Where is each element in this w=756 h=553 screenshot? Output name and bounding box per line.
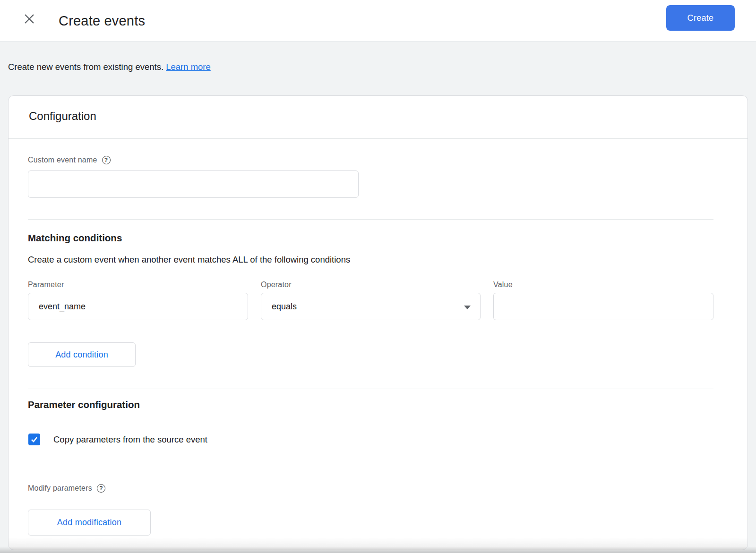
operator-select[interactable]: equals bbox=[261, 293, 481, 320]
divider bbox=[28, 389, 713, 389]
parameter-input[interactable] bbox=[28, 293, 248, 320]
add-condition-button[interactable]: Add condition bbox=[28, 342, 136, 367]
create-button[interactable]: Create bbox=[666, 5, 735, 31]
parameter-configuration-title: Parameter configuration bbox=[28, 399, 140, 410]
value-label: Value bbox=[493, 281, 513, 289]
copy-parameters-row: Copy parameters from the source event bbox=[28, 434, 207, 445]
intro-text: Create new events from existing events. … bbox=[8, 62, 211, 72]
dialog-header: Create events Create bbox=[0, 0, 756, 42]
value-input[interactable] bbox=[493, 293, 713, 320]
page-title: Create events bbox=[59, 0, 145, 42]
add-modification-button[interactable]: Add modification bbox=[28, 510, 151, 536]
help-icon[interactable]: ? bbox=[102, 156, 111, 164]
operator-selected-value: equals bbox=[272, 302, 297, 312]
custom-event-name-input[interactable] bbox=[28, 170, 359, 198]
matching-conditions-title: Matching conditions bbox=[28, 232, 122, 244]
intro-sentence: Create new events from existing events. bbox=[8, 62, 163, 72]
configuration-title: Configuration bbox=[29, 110, 96, 123]
operator-label: Operator bbox=[261, 281, 292, 289]
modify-parameters-label: Modify parameters ? bbox=[28, 484, 105, 493]
copy-parameters-label: Copy parameters from the source event bbox=[53, 434, 207, 445]
caret-down-icon bbox=[464, 306, 471, 309]
divider bbox=[9, 138, 747, 139]
custom-event-name-label: Custom event name ? bbox=[28, 156, 111, 164]
learn-more-link[interactable]: Learn more bbox=[166, 62, 211, 72]
matching-conditions-description: Create a custom event when another event… bbox=[28, 255, 350, 265]
parameter-label: Parameter bbox=[28, 281, 64, 289]
configuration-card: Configuration Custom event name ? Matchi… bbox=[8, 95, 748, 550]
copy-parameters-checkbox[interactable] bbox=[28, 434, 40, 445]
help-icon[interactable]: ? bbox=[97, 484, 105, 493]
close-icon[interactable] bbox=[21, 11, 37, 27]
card-bottom-shadow bbox=[9, 537, 747, 550]
divider bbox=[28, 219, 713, 220]
